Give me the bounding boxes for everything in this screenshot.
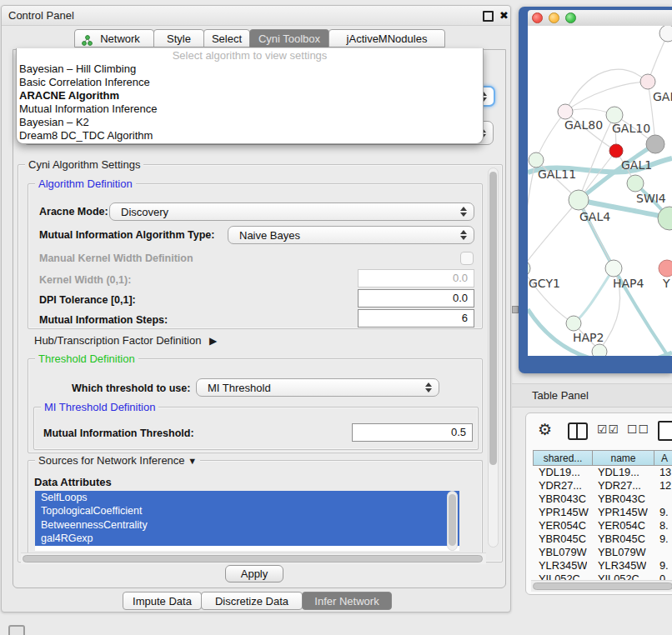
close-icon[interactable]: ✖: [499, 10, 509, 21]
algorithm-dropdown-popup: Select algorithm to view settings Bayesi…: [16, 48, 484, 144]
node-salmon[interactable]: [659, 260, 672, 277]
svg-text:GAL11: GAL11: [538, 168, 576, 181]
table-panel-header: Table Panel: [512, 383, 672, 408]
node-gal1-selected[interactable]: [609, 144, 623, 158]
mi-type-label: Mutual Information Algorithm Type:: [39, 229, 214, 241]
scrollbar-thumb[interactable]: [489, 172, 497, 465]
tab-network-label: Network: [100, 32, 140, 45]
which-threshold-combo[interactable]: MI Threshold: [196, 378, 439, 397]
algorithm-option[interactable]: Mutual Information Inference: [17, 102, 483, 116]
mi-threshold-field[interactable]: 0.5: [352, 423, 473, 442]
screen: Control Panel ✖ Network Style Select Cyn…: [0, 0, 672, 635]
node[interactable]: [659, 26, 672, 42]
algorithm-option[interactable]: Bayesian – K2: [17, 116, 483, 129]
gear-icon[interactable]: ⚙: [538, 420, 552, 439]
expander-arrow-down-icon[interactable]: ▼: [188, 456, 197, 466]
kernel-width-label: Kernel Width (0,1):: [39, 274, 131, 286]
aracne-mode-combo[interactable]: Discovery: [109, 202, 474, 221]
node-gal80[interactable]: [558, 104, 573, 119]
splitter-handle[interactable]: [512, 306, 519, 313]
select-all-icon[interactable]: ☑☑: [597, 422, 619, 436]
svg-text:GAL: GAL: [653, 90, 672, 103]
table-row: YDL19...YDL19...13: [533, 466, 672, 479]
column-header-shared-name[interactable]: shared...: [533, 450, 593, 466]
attribute-item-selected[interactable]: TopologicalCoefficient: [35, 504, 459, 518]
node-gal11[interactable]: [529, 152, 544, 168]
mac-minimize-icon[interactable]: [549, 12, 559, 23]
node-gray[interactable]: [646, 135, 664, 153]
sources-group-title: Sources for Network Inference ▼: [35, 454, 200, 467]
algorithm-option[interactable]: Dream8 DC_TDC Algorithm: [17, 129, 483, 142]
node-gcy1[interactable]: [528, 260, 530, 277]
tab-impute-data[interactable]: Impute Data: [123, 592, 202, 610]
table-row: YDR27...YDR27...12: [533, 479, 672, 492]
popup-prompt: Select algorithm to view settings: [17, 48, 483, 62]
export-table-icon[interactable]: [658, 421, 672, 441]
algorithm-option-highlighted[interactable]: ARACNE Algorithm: [17, 89, 483, 102]
node-gal10[interactable]: [606, 107, 623, 123]
combo-stepper-icon: [460, 230, 467, 240]
tab-cyni-toolbox[interactable]: Cyni Toolbox: [249, 29, 329, 48]
mi-steps-field[interactable]: 6: [358, 309, 474, 328]
table-panel-title: Table Panel: [532, 389, 589, 402]
data-attributes-list[interactable]: SelfLoops TopologicalCoefficient Between…: [35, 491, 459, 551]
attribute-item-selected[interactable]: gal4RGexp: [35, 532, 459, 545]
deselect-all-icon[interactable]: ☐☐: [627, 422, 649, 436]
control-panel-titlebar[interactable]: Control Panel ✖: [2, 6, 510, 26]
mac-zoom-icon[interactable]: [565, 12, 576, 23]
node-swi4[interactable]: [627, 175, 644, 192]
minimized-window-icon[interactable]: [8, 625, 25, 635]
attribute-item-selected[interactable]: SelfLoops: [35, 491, 459, 504]
tab-style[interactable]: Style: [153, 29, 204, 48]
control-panel-window: Control Panel ✖ Network Style Select Cyn…: [1, 5, 511, 612]
node-gal[interactable]: [640, 74, 655, 89]
float-window-icon[interactable]: [483, 11, 494, 22]
column-header-name[interactable]: name: [593, 450, 654, 466]
table-horizontal-scrollbar[interactable]: [531, 580, 672, 592]
attributes-scrollbar[interactable]: [447, 491, 458, 551]
svg-text:GAL1: GAL1: [621, 158, 652, 172]
settings-horizontal-scrollbar[interactable]: [21, 552, 486, 564]
column-header-partial[interactable]: A: [654, 450, 672, 466]
algorithm-option[interactable]: Bayesian – Hill Climbing: [17, 62, 483, 76]
network-node-labels: GAL GAL80 GAL10 GAL1 GAL11 SWI4 GAL4 GCY…: [529, 90, 672, 344]
data-attributes-label: Data Attributes: [34, 476, 112, 488]
scrollbar-thumb[interactable]: [23, 555, 483, 562]
tab-network[interactable]: Network: [74, 29, 154, 48]
node-hap4[interactable]: [605, 260, 622, 277]
tab-infer-network[interactable]: Infer Network: [302, 592, 392, 610]
dpi-tolerance-field[interactable]: 0.0: [358, 289, 474, 308]
hub-definition-expander[interactable]: Hub/Transcription Factor Definition ▶: [34, 334, 217, 347]
tab-select[interactable]: Select: [203, 29, 250, 48]
network-window-titlebar[interactable]: [528, 10, 672, 27]
mac-close-icon[interactable]: [532, 12, 543, 23]
threshold-definition-title: Threshold Definition: [35, 352, 138, 365]
scrollbar-thumb[interactable]: [533, 582, 672, 590]
tab-jactivemnodules[interactable]: jActiveMNodules: [328, 29, 445, 48]
kernel-width-field[interactable]: 0.0: [358, 269, 474, 288]
dpi-tolerance-label: DPI Tolerance [0,1]:: [39, 294, 136, 306]
manual-kernel-checkbox[interactable]: [460, 252, 474, 265]
settings-vertical-scrollbar[interactable]: [488, 168, 499, 548]
table-row: YBR045CYBR045C9.: [533, 532, 672, 546]
node[interactable]: [592, 344, 607, 356]
scrollbar-thumb[interactable]: [449, 494, 456, 546]
mi-threshold-label: Mutual Information Threshold:: [43, 428, 194, 439]
mi-type-combo[interactable]: Naive Bayes: [228, 226, 474, 244]
apply-button[interactable]: Apply: [225, 565, 283, 582]
algorithm-option[interactable]: Basic Correlation Inference: [17, 76, 483, 89]
attribute-item-selected[interactable]: BetweennessCentrality: [35, 518, 459, 532]
columns-icon[interactable]: [568, 422, 588, 440]
expander-arrow-right-icon: ▶: [209, 335, 217, 347]
node-gal4[interactable]: [569, 190, 589, 210]
which-threshold-label: Which threshold to use:: [72, 382, 190, 394]
control-panel-title: Control Panel: [8, 9, 74, 22]
node-hap2[interactable]: [566, 316, 581, 331]
tab-discretize-data[interactable]: Discretize Data: [201, 592, 303, 610]
table-rows[interactable]: YDL19...YDL19...13 YDR27...YDR27...12 YB…: [533, 466, 672, 586]
network-nodes: [528, 26, 672, 356]
table-row: YER054CYER054C8.: [533, 519, 672, 532]
algorithm-definition-title: Algorithm Definition: [35, 178, 136, 190]
network-canvas[interactable]: GAL GAL80 GAL10 GAL1 GAL11 SWI4 GAL4 GCY…: [528, 26, 672, 356]
manual-kernel-label: Manual Kernel Width Definition: [39, 252, 193, 264]
